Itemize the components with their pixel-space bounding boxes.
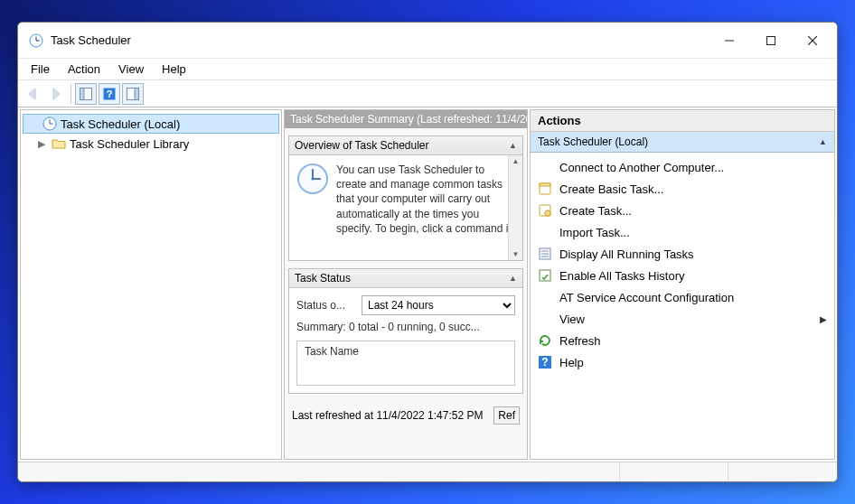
status-title: Task Status	[295, 272, 351, 285]
refresh-icon	[538, 333, 552, 348]
clock-icon	[29, 33, 43, 48]
action-enable-all-tasks-history[interactable]: Enable All Tasks History	[531, 265, 834, 286]
body: Task Scheduler (Local) ▶ Task Scheduler …	[18, 107, 837, 462]
menu-help[interactable]: Help	[153, 61, 195, 78]
action-label: Help	[559, 356, 584, 369]
menu-view[interactable]: View	[109, 61, 153, 78]
action-at-service-account-configuration[interactable]: AT Service Account Configuration	[531, 286, 834, 308]
action-label: Import Task...	[559, 226, 630, 239]
tree-root-label: Task Scheduler (Local)	[61, 117, 180, 131]
maximize-button[interactable]	[750, 27, 792, 54]
overview-title: Overview of Task Scheduler	[295, 139, 429, 152]
status-cell	[620, 462, 728, 481]
help-icon: ?	[538, 355, 552, 369]
action-import-task[interactable]: Import Task...	[531, 221, 834, 243]
svg-rect-8	[80, 88, 85, 99]
status-summary: Summary: 0 total - 0 running, 0 succ...	[296, 321, 515, 333]
svg-rect-12	[135, 88, 139, 99]
status-group: Task Status ▲ Status o... Last 24 hours …	[288, 268, 523, 394]
toolbar-sep	[70, 84, 71, 104]
actions-subheader[interactable]: Task Scheduler (Local) ▲	[531, 132, 834, 153]
list-icon	[538, 247, 552, 261]
action-label: Create Task...	[559, 204, 632, 218]
summary-header: Task Scheduler Summary (Last refreshed: …	[285, 110, 527, 128]
actions-scope-label: Task Scheduler (Local)	[538, 135, 648, 148]
summary-pane: Task Scheduler Summary (Last refreshed: …	[284, 109, 528, 460]
action-label: Refresh	[559, 334, 601, 348]
summary-footer: Last refreshed at 11/4/2022 1:47:52 PM R…	[288, 401, 523, 426]
clock-icon	[296, 163, 329, 253]
action-help[interactable]: ?Help	[531, 351, 834, 373]
action-list: Connect to Another Computer...Create Bas…	[531, 153, 834, 377]
action-create-basic-task[interactable]: Create Basic Task...	[531, 178, 834, 200]
chevron-up-icon: ▲	[509, 274, 517, 283]
window: Task Scheduler File Action View Help ?	[17, 22, 838, 482]
toolbar: ?	[18, 80, 837, 107]
forward-button[interactable]	[45, 83, 67, 105]
expand-icon[interactable]: ▶	[35, 138, 48, 150]
action-label: Display All Running Tasks	[559, 247, 694, 261]
svg-text:?: ?	[107, 89, 113, 99]
clock-icon	[42, 117, 57, 131]
action-label: View	[559, 313, 585, 326]
status-label: Status o...	[296, 299, 356, 312]
actions-header: Actions	[531, 110, 834, 132]
overview-text: You can use Task Scheduler to create and…	[336, 163, 515, 253]
chevron-up-icon: ▲	[509, 141, 517, 150]
blank-icon	[538, 225, 552, 239]
close-button[interactable]	[792, 27, 833, 54]
svg-rect-4	[767, 36, 775, 44]
last-refreshed-label: Last refreshed at 11/4/2022 1:47:52 PM	[292, 409, 483, 422]
window-title: Task Scheduler	[51, 33, 709, 47]
tree-pane: Task Scheduler (Local) ▶ Task Scheduler …	[20, 109, 282, 460]
status-header[interactable]: Task Status ▲	[289, 269, 522, 288]
action-label: AT Service Account Configuration	[559, 291, 734, 304]
blank-icon	[538, 160, 552, 174]
overview-header[interactable]: Overview of Task Scheduler ▲	[289, 136, 522, 155]
create-icon	[538, 203, 552, 218]
action-refresh[interactable]: Refresh	[531, 330, 834, 351]
action-display-all-running-tasks[interactable]: Display All Running Tasks	[531, 243, 834, 265]
refresh-button[interactable]: Ref	[493, 406, 520, 425]
summary-body: Overview of Task Scheduler ▲ You can use…	[285, 128, 527, 459]
menu-file[interactable]: File	[22, 61, 59, 78]
overview-group: Overview of Task Scheduler ▲ You can use…	[288, 135, 523, 261]
svg-rect-21	[540, 183, 550, 186]
tree-root[interactable]: Task Scheduler (Local)	[23, 114, 279, 134]
svg-point-23	[545, 210, 550, 216]
status-cell	[18, 462, 620, 481]
show-hide-action-pane-button[interactable]	[122, 83, 144, 105]
help-button[interactable]: ?	[99, 83, 120, 105]
back-button[interactable]	[22, 83, 43, 105]
status-cell	[728, 462, 837, 481]
minimize-button[interactable]	[709, 27, 750, 54]
action-label: Connect to Another Computer...	[559, 161, 724, 174]
svg-text:?: ?	[541, 356, 548, 369]
folder-icon	[52, 136, 66, 151]
tree-library-label: Task Scheduler Library	[70, 137, 189, 151]
task-name-column[interactable]: Task Name	[297, 341, 514, 361]
action-connect-to-another-computer[interactable]: Connect to Another Computer...	[531, 156, 834, 178]
actions-pane: Actions Task Scheduler (Local) ▲ Connect…	[530, 109, 835, 460]
svg-rect-28	[540, 270, 550, 281]
action-view[interactable]: View▶	[531, 308, 834, 330]
statusbar	[18, 462, 837, 481]
basic-icon	[538, 182, 552, 196]
status-period-select[interactable]: Last 24 hours	[362, 295, 515, 315]
show-hide-console-tree-button[interactable]	[75, 83, 97, 105]
blank-icon	[538, 312, 552, 326]
action-label: Enable All Tasks History	[559, 269, 685, 283]
blank-icon	[538, 290, 552, 304]
svg-point-19	[311, 177, 314, 180]
menu-action[interactable]: Action	[59, 61, 109, 78]
tree: Task Scheduler (Local) ▶ Task Scheduler …	[21, 110, 281, 157]
menubar: File Action View Help	[18, 59, 837, 80]
action-label: Create Basic Task...	[559, 182, 663, 196]
chevron-up-icon: ▲	[819, 137, 827, 146]
history-icon	[538, 268, 552, 283]
scrollbar[interactable]: ▲▼	[508, 155, 522, 260]
action-create-task[interactable]: Create Task...	[531, 200, 834, 221]
tree-library[interactable]: ▶ Task Scheduler Library	[23, 134, 279, 154]
task-table[interactable]: Task Name	[296, 341, 515, 386]
chevron-right-icon: ▶	[820, 314, 827, 324]
